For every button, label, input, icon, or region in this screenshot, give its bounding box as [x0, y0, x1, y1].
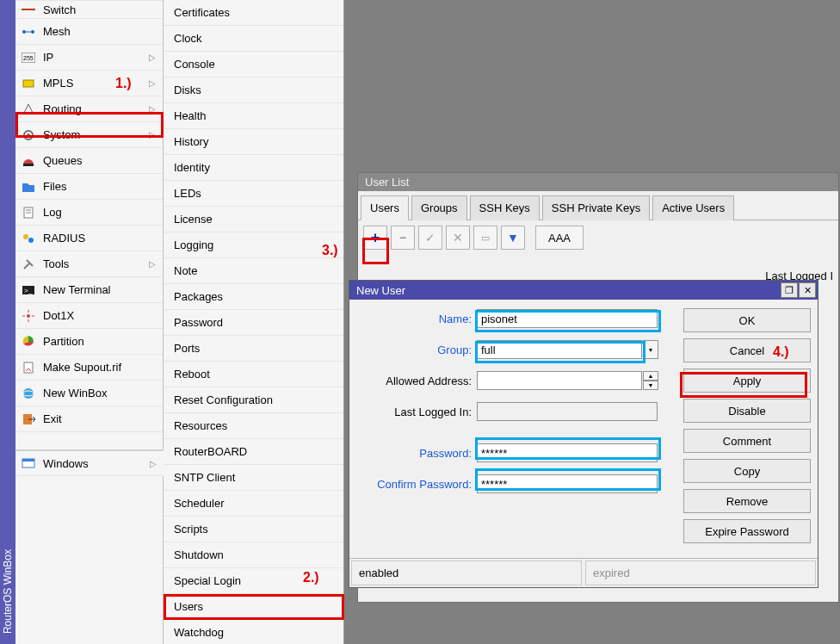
submenu-item-resources[interactable]: Resources	[164, 413, 343, 439]
folder-icon	[21, 179, 36, 195]
sidebar-item-radius[interactable]: RADIUS	[15, 226, 163, 251]
submenu-label: Identity	[174, 161, 210, 174]
submenu-label: Scheduler	[174, 497, 225, 510]
remove-button[interactable]: Remove	[683, 489, 811, 513]
sidebar-item-files[interactable]: Files	[15, 174, 163, 200]
dot1x-icon	[21, 308, 36, 324]
submenu-item-ports[interactable]: Ports	[164, 336, 343, 362]
sidebar-item-ip[interactable]: 255 IP ▷	[15, 45, 163, 71]
button-label: Cancel	[730, 344, 764, 357]
queues-icon	[21, 153, 36, 169]
submenu-item-disks[interactable]: Disks	[164, 77, 343, 103]
sidebar-item-mpls[interactable]: MPLS ▷	[15, 71, 163, 96]
submenu-item-watchdog[interactable]: Watchdog	[164, 620, 343, 644]
new-user-form: Name: Group: ▼ Allowed Address: ▲▼ Last …	[356, 308, 676, 549]
sidebar-item-system[interactable]: System ▷	[15, 122, 163, 148]
sidebar-item-switch[interactable]: Switch	[15, 0, 163, 19]
submenu-item-users[interactable]: Users	[164, 594, 343, 620]
sidebar-windows-row: Windows ▷	[15, 449, 164, 475]
tab-active-users[interactable]: Active Users	[652, 195, 734, 220]
group-dropdown-button[interactable]: ▼	[643, 340, 658, 359]
submenu-item-sntp-client[interactable]: SNTP Client	[164, 465, 343, 491]
submenu-item-routerboard[interactable]: RouterBOARD	[164, 439, 343, 465]
user-list-toolbar: + − ✓ ✕ ▭ ▼ AAA	[358, 220, 838, 255]
name-input[interactable]	[477, 309, 658, 328]
sidebar-label: New Terminal	[43, 283, 158, 296]
allowed-address-input[interactable]	[477, 371, 642, 390]
aaa-button[interactable]: AAA	[535, 226, 584, 250]
submenu-item-scheduler[interactable]: Scheduler	[164, 491, 343, 517]
confirm-password-input[interactable]	[477, 474, 658, 493]
tab-label: Active Users	[662, 201, 725, 214]
allowed-address-stepper[interactable]: ▲▼	[643, 371, 658, 390]
chevron-down-icon: ▼	[643, 340, 658, 359]
submenu-item-scripts[interactable]: Scripts	[164, 517, 343, 542]
submenu-item-console[interactable]: Console	[164, 52, 343, 77]
sidebar-item-routing[interactable]: Routing ▷	[15, 96, 163, 122]
tab-users[interactable]: Users	[361, 195, 409, 220]
disable-button[interactable]: Disable	[683, 399, 811, 423]
submenu-item-shutdown[interactable]: Shutdown	[164, 542, 343, 568]
plus-icon: +	[371, 229, 380, 247]
restore-icon: ❐	[785, 285, 794, 296]
tab-ssh-private-keys[interactable]: SSH Private Keys	[542, 195, 650, 220]
submenu-item-note[interactable]: Note	[164, 258, 343, 284]
allowed-address-label: Allowed Address:	[356, 375, 477, 387]
dialog-close-button[interactable]: ✕	[799, 282, 816, 298]
submenu-item-certificates[interactable]: Certificates	[164, 0, 343, 26]
sidebar-item-make-supout[interactable]: Make Supout.rif	[15, 355, 163, 381]
svg-point-17	[27, 314, 30, 318]
submenu-item-license[interactable]: License	[164, 207, 343, 232]
tab-ssh-keys[interactable]: SSH Keys	[470, 195, 540, 220]
sidebar-item-exit[interactable]: Exit	[15, 406, 163, 432]
expire-password-button[interactable]: Expire Password	[683, 519, 811, 543]
remove-button[interactable]: −	[391, 226, 415, 250]
password-input[interactable]	[477, 443, 658, 462]
disable-button[interactable]: ✕	[446, 226, 470, 250]
sidebar-label: RADIUS	[43, 232, 158, 245]
sidebar-item-log[interactable]: Log	[15, 200, 163, 226]
comment-button[interactable]: Comment	[683, 429, 811, 453]
svg-rect-9	[23, 164, 34, 166]
sidebar-item-queues[interactable]: Queues	[15, 148, 163, 174]
submenu-item-reset-configuration[interactable]: Reset Configuration	[164, 387, 343, 413]
submenu-item-clock[interactable]: Clock	[164, 26, 343, 52]
sidebar-item-new-terminal[interactable]: >_ New Terminal	[15, 277, 163, 303]
new-user-dialog: New User ❐ ✕ Name: Group: ▼ Allowed Addr…	[349, 280, 818, 588]
submenu-item-health[interactable]: Health	[164, 103, 343, 129]
new-user-titlebar[interactable]: New User ❐ ✕	[349, 281, 818, 300]
sidebar-item-windows[interactable]: Windows ▷	[15, 450, 164, 476]
copy-button[interactable]: Copy	[683, 459, 811, 483]
sidebar-label: IP	[43, 51, 149, 64]
group-input[interactable]	[477, 340, 642, 359]
button-label: Remove	[726, 495, 768, 508]
button-label: Comment	[723, 435, 771, 448]
submenu-item-logging[interactable]: Logging	[164, 232, 343, 258]
gear-icon	[21, 127, 36, 143]
submenu-item-packages[interactable]: Packages	[164, 284, 343, 310]
sidebar-item-dot1x[interactable]: Dot1X	[15, 303, 163, 329]
apply-button[interactable]: Apply	[683, 368, 811, 393]
add-button[interactable]: +	[363, 226, 387, 250]
cancel-button[interactable]: Cancel	[683, 338, 811, 362]
submenu-item-history[interactable]: History	[164, 129, 343, 155]
button-label: Copy	[734, 465, 760, 478]
sidebar-item-mesh[interactable]: Mesh	[15, 19, 163, 45]
comment-button[interactable]: ▭	[473, 226, 497, 250]
submenu-item-reboot[interactable]: Reboot	[164, 362, 343, 387]
tab-groups[interactable]: Groups	[411, 195, 467, 220]
sidebar-item-new-winbox[interactable]: New WinBox	[15, 381, 163, 406]
ok-button[interactable]: OK	[683, 308, 811, 332]
svg-point-8	[27, 133, 30, 137]
enable-button[interactable]: ✓	[418, 226, 442, 250]
tab-label: SSH Keys	[479, 201, 530, 214]
submenu-item-password[interactable]: Password	[164, 310, 343, 336]
sidebar-label: Switch	[43, 3, 158, 16]
filter-button[interactable]: ▼	[501, 226, 525, 250]
dialog-restore-button[interactable]: ❐	[781, 282, 798, 298]
sidebar-item-partition[interactable]: Partition	[15, 329, 163, 355]
user-list-tabs: Users Groups SSH Keys SSH Private Keys A…	[358, 191, 838, 220]
submenu-item-identity[interactable]: Identity	[164, 155, 343, 181]
sidebar-item-tools[interactable]: Tools ▷	[15, 251, 163, 277]
submenu-item-leds[interactable]: LEDs	[164, 181, 343, 207]
